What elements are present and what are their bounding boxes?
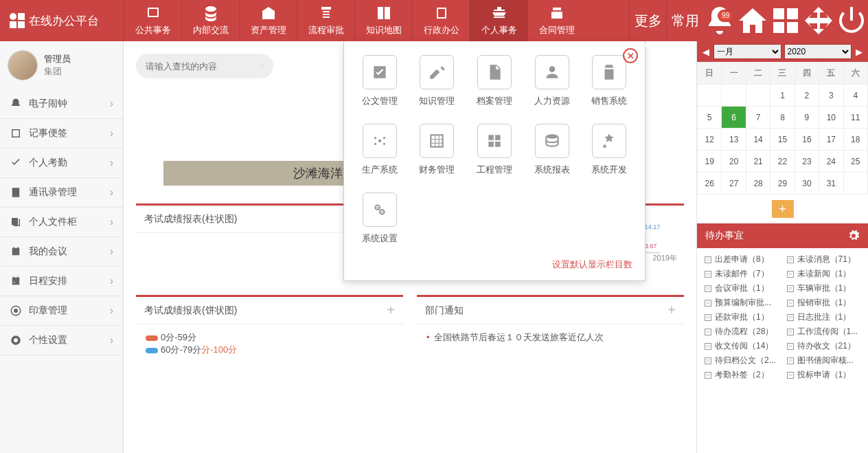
svg-rect-25 (787, 285, 793, 291)
user-box[interactable]: 管理员 集团 (0, 41, 123, 89)
cal-next[interactable]: ▶ (854, 47, 864, 57)
app-item-3[interactable]: 人力资源 (529, 55, 575, 107)
close-icon[interactable]: ✕ (623, 48, 638, 63)
svg-rect-75 (488, 135, 494, 140)
todo-item[interactable]: 待归档公文（2... (704, 355, 779, 366)
sidebar-item-6[interactable]: 日程安排› (0, 267, 123, 296)
app-item-4[interactable]: 销售系统 (586, 55, 632, 107)
todo-item[interactable]: 报销审批（1） (786, 297, 862, 309)
svg-point-65 (378, 140, 381, 142)
nav-item-5[interactable]: 行政办公 (412, 0, 470, 41)
app-item-8[interactable]: 系统报表 (529, 124, 575, 176)
search-box[interactable] (136, 54, 273, 78)
todo-item[interactable]: 日志批注（1） (786, 311, 862, 323)
sidebar-item-0[interactable]: 电子闹钟› (0, 89, 123, 119)
nav-item-4[interactable]: 知识地图 (354, 0, 412, 41)
svg-rect-52 (705, 357, 711, 364)
app-item-0[interactable]: 公文管理 (356, 55, 403, 107)
year-select[interactable]: 2020 (784, 44, 852, 59)
svg-rect-61 (787, 372, 793, 378)
nav-item-3[interactable]: 流程审批 (297, 0, 354, 41)
todo-item[interactable]: 预算编制审批... (704, 297, 779, 309)
svg-point-1 (14, 309, 18, 313)
nav-item-6[interactable]: 个人事务 (470, 0, 527, 41)
more-panel-settings[interactable]: 设置默认显示栏目数 (356, 258, 632, 271)
cal-prev[interactable]: ◀ (701, 47, 711, 57)
todo-item[interactable]: 工作流传阅（1... (786, 326, 862, 338)
app-item-9[interactable]: 系统开发 (586, 124, 632, 176)
sidebar-item-4[interactable]: 个人文件柜› (0, 208, 123, 237)
panel-bar-title: 考试成绩报表(柱状图) (144, 213, 237, 225)
sidebar-item-1[interactable]: 记事便签› (0, 119, 123, 148)
svg-point-69 (383, 143, 385, 145)
home-icon[interactable] (736, 4, 769, 37)
svg-point-67 (383, 137, 385, 139)
month-select[interactable]: 一月 (713, 44, 781, 59)
nav-item-1[interactable]: 内部交流 (181, 0, 239, 41)
todo-item[interactable]: 车辆审批（1） (786, 283, 862, 294)
svg-rect-40 (705, 329, 711, 335)
todo-item[interactable]: 收文传阅（14） (704, 340, 779, 352)
svg-rect-16 (705, 271, 711, 277)
panel-add[interactable]: + (667, 302, 676, 318)
nav-item-2[interactable]: 资产管理 (239, 0, 297, 41)
svg-rect-43 (787, 329, 793, 335)
app-item-2[interactable]: 档案管理 (471, 55, 518, 107)
nav-item-7[interactable]: 合同管理 (527, 0, 585, 41)
theme-icon[interactable] (802, 4, 835, 37)
nav-favorite[interactable]: 常用 (666, 0, 703, 41)
gear-icon[interactable] (847, 230, 860, 242)
sidebar-item-3[interactable]: 通讯录管理› (0, 178, 123, 208)
svg-point-79 (546, 134, 558, 139)
todo-item[interactable]: 未读邮件（7） (704, 268, 779, 280)
todo-item[interactable]: 投标申请（1） (786, 369, 862, 381)
sidebar-item-7[interactable]: 印章管理› (0, 296, 123, 326)
calendar-add[interactable]: + (772, 200, 794, 218)
more-apps-panel: ✕ 公文管理知识管理档案管理人力资源销售系统生产系统财务管理工程管理系统报表系统… (343, 41, 646, 281)
nav-more[interactable]: 更多 (629, 0, 666, 41)
panel-notice-title: 部门通知 (425, 305, 464, 317)
sidebar-item-2[interactable]: 个人考勤› (0, 148, 123, 178)
app-item-1[interactable]: 知识管理 (414, 55, 461, 107)
sidebar-item-8[interactable]: 个性设置› (0, 326, 123, 355)
todo-item[interactable]: 会议审批（1） (704, 283, 779, 294)
svg-rect-78 (495, 142, 501, 147)
svg-rect-19 (787, 271, 793, 277)
bell-icon[interactable]: 99 (703, 4, 736, 37)
todo-item[interactable]: 出差申请（8） (704, 254, 779, 265)
app-item-5[interactable]: 生产系统 (356, 124, 403, 176)
user-name: 管理员 (44, 53, 71, 65)
app-item-6[interactable]: 财务管理 (414, 124, 461, 176)
svg-rect-58 (705, 372, 711, 378)
notification-badge: 99 (718, 10, 733, 22)
todo-item[interactable]: 待办收文（21） (786, 340, 862, 352)
svg-rect-70 (431, 135, 443, 146)
svg-rect-46 (705, 343, 711, 349)
todo-item[interactable]: 还款审批（1） (704, 311, 779, 323)
search-icon[interactable] (262, 59, 264, 73)
nav-item-0[interactable]: 公共事务 (124, 0, 181, 41)
todo-item[interactable]: 考勤补签（2） (704, 369, 779, 381)
svg-rect-49 (787, 343, 793, 349)
calendar[interactable]: 日一二三四五六 12345678910111213141516171819202… (697, 62, 868, 195)
todo-item[interactable]: 未读消息（71） (786, 254, 862, 265)
svg-rect-28 (705, 300, 711, 306)
apps-icon[interactable] (769, 4, 802, 37)
search-input[interactable] (146, 61, 262, 71)
logo-icon (10, 13, 25, 28)
svg-point-68 (374, 143, 376, 145)
todo-item[interactable]: 未读新闻（1） (786, 268, 862, 280)
notice-item[interactable]: 全国铁路节后春运１０天发送旅客近亿人次 (434, 332, 604, 342)
app-item-10[interactable]: 系统设置 (356, 192, 403, 245)
todo-item[interactable]: 图书借阅审核... (786, 355, 862, 366)
power-icon[interactable] (835, 4, 868, 37)
avatar (8, 51, 37, 80)
svg-rect-31 (787, 300, 793, 306)
svg-rect-76 (495, 135, 501, 140)
svg-point-64 (549, 66, 555, 72)
panel-add[interactable]: + (387, 302, 395, 318)
sidebar-item-5[interactable]: 我的会议› (0, 237, 123, 267)
app-item-7[interactable]: 工程管理 (471, 124, 518, 176)
svg-text:3.67: 3.67 (645, 243, 657, 250)
todo-item[interactable]: 待办流程（28） (704, 326, 779, 338)
